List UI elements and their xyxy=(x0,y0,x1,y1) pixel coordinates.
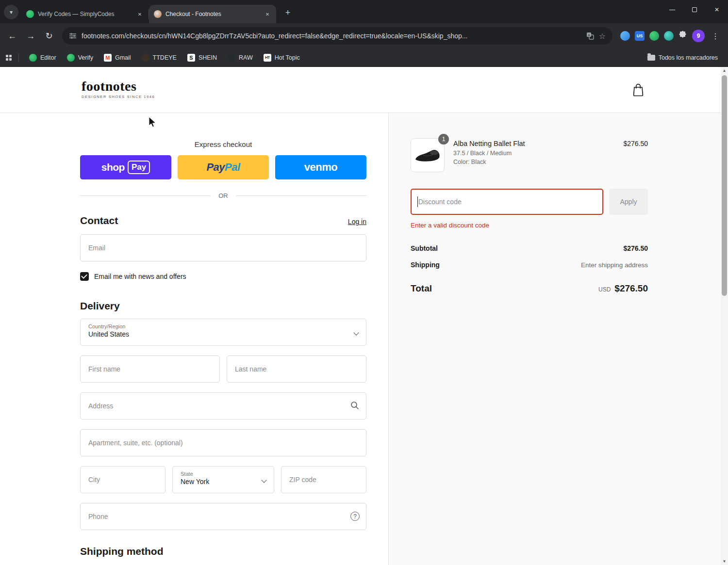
reload-button[interactable]: ↻ xyxy=(41,28,57,44)
url-text[interactable]: footnotes.com/checkouts/cn/hWN14Cgb8lpgZ… xyxy=(82,32,581,40)
bookmark-shein[interactable]: S SHEIN xyxy=(183,52,221,64)
site-header: footnotes DESIGNER SHOES SINCE 1946 xyxy=(0,67,728,113)
state-select[interactable]: State New York xyxy=(172,466,274,493)
venmo-button[interactable]: venmo xyxy=(275,155,366,179)
quantity-badge: 1 xyxy=(438,134,449,145)
window-controls: — ✕ xyxy=(661,0,728,19)
shipping-value: Enter shipping address xyxy=(581,261,648,269)
scroll-up-icon[interactable]: ▲ xyxy=(723,67,727,74)
bookmark-hot-topic[interactable]: HT Hot Topic xyxy=(259,52,304,64)
tab-title: Checkout - Footnotes xyxy=(165,11,260,17)
shein-icon: S xyxy=(187,54,195,62)
all-bookmarks-button[interactable]: Todos los marcadores xyxy=(643,52,722,63)
apartment-field[interactable] xyxy=(80,429,366,456)
discount-code-input[interactable] xyxy=(411,189,603,215)
shipping-method-heading: Shipping method xyxy=(80,546,366,557)
paypal-label: Pal xyxy=(225,161,240,174)
minimize-button[interactable]: — xyxy=(661,0,683,19)
subtotal-value: $276.50 xyxy=(623,244,648,252)
bookmark-editor[interactable]: Editor xyxy=(25,52,61,64)
extension-icon[interactable] xyxy=(620,31,630,41)
simplycodes-icon xyxy=(29,54,37,62)
maximize-icon xyxy=(692,7,697,12)
paypal-label: Pay xyxy=(206,161,225,174)
browser-toolbar: ← → ↻ footnotes.com/checkouts/cn/hWN14Cg… xyxy=(0,23,728,48)
text-caret xyxy=(417,196,418,207)
ballet-flat-image xyxy=(414,145,442,165)
mouse-cursor xyxy=(149,116,157,130)
subtotal-label: Subtotal xyxy=(411,244,438,252)
newsletter-checkbox[interactable] xyxy=(80,272,89,281)
shop-pay-button[interactable]: shop Pay xyxy=(80,155,171,179)
phone-field[interactable] xyxy=(80,503,366,530)
scrollbar-thumb[interactable] xyxy=(722,75,727,296)
bookmark-label: SHEIN xyxy=(199,54,217,61)
email-field[interactable] xyxy=(80,234,366,261)
state-label: State xyxy=(181,471,266,477)
zip-field[interactable] xyxy=(281,466,366,493)
extensions-cluster: US xyxy=(620,31,687,41)
bookmark-label: RAW xyxy=(239,54,253,61)
cart-button[interactable] xyxy=(632,83,645,98)
address-bar[interactable]: footnotes.com/checkouts/cn/hWN14Cgb8lpgZ… xyxy=(62,27,612,45)
back-button[interactable]: ← xyxy=(4,28,20,44)
product-variant: 37.5 / Black / Medium xyxy=(453,150,614,157)
bookmark-label: Gmail xyxy=(115,54,131,61)
browser-menu-icon[interactable]: ⋮ xyxy=(707,32,724,41)
state-value: New York xyxy=(181,478,266,485)
page-scrollbar[interactable]: ▲ ▼ xyxy=(721,67,728,565)
help-icon[interactable]: ? xyxy=(350,512,360,521)
ttdeye-icon xyxy=(142,54,149,62)
site-logo[interactable]: footnotes DESIGNER SHOES SINCE 1946 xyxy=(82,79,155,99)
total-label: Total xyxy=(411,283,432,294)
gmail-icon: M xyxy=(104,54,112,62)
cart-item: 1 Alba Netting Ballet Flat 37.5 / Black … xyxy=(411,138,648,172)
extensions-puzzle-icon[interactable] xyxy=(678,31,687,41)
cart-bag-icon xyxy=(632,83,645,97)
site-info-icon[interactable] xyxy=(69,32,77,40)
bookmark-label: Editor xyxy=(40,54,56,61)
tab-close-icon[interactable]: ✕ xyxy=(264,10,271,18)
close-window-button[interactable]: ✕ xyxy=(706,0,728,19)
footnotes-favicon-icon xyxy=(154,10,162,18)
newsletter-label: Email me with news and offers xyxy=(94,273,186,280)
chevron-down-icon: ▾ xyxy=(10,9,13,16)
bookmark-verify[interactable]: Verify xyxy=(63,52,98,64)
logo-tagline: DESIGNER SHOES SINCE 1946 xyxy=(82,95,155,99)
city-field[interactable] xyxy=(80,466,165,493)
us-extension-icon[interactable]: US xyxy=(635,31,645,41)
simplycodes-icon xyxy=(67,54,75,62)
scroll-down-icon[interactable]: ▼ xyxy=(723,558,727,565)
maximize-button[interactable] xyxy=(683,0,706,19)
paypal-button[interactable]: PayPal xyxy=(178,155,269,179)
translate-icon[interactable]: A xyxy=(586,32,594,40)
last-name-field[interactable] xyxy=(227,355,366,383)
total-value: $276.50 xyxy=(614,283,648,294)
order-summary-pane: 1 Alba Netting Ballet Flat 37.5 / Black … xyxy=(388,113,728,565)
first-name-field[interactable] xyxy=(80,355,220,383)
profile-avatar[interactable]: 9 xyxy=(692,30,705,42)
forward-button[interactable]: → xyxy=(22,28,39,44)
product-color: Color: Black xyxy=(453,159,614,165)
new-tab-button[interactable]: + xyxy=(281,6,295,19)
simplycodes-extension-icon[interactable] xyxy=(649,31,659,41)
bookmark-gmail[interactable]: M Gmail xyxy=(99,52,135,64)
bookmark-star-icon[interactable]: ☆ xyxy=(599,32,606,41)
login-link[interactable]: Log in xyxy=(348,218,366,226)
browser-chrome: ▾ Verify Codes — SimplyCodes ✕ Checkout … xyxy=(0,0,728,67)
bookmarks-bar: Editor Verify M Gmail TTDEYE S SHEIN RAW xyxy=(0,48,728,67)
tab-title: Verify Codes — SimplyCodes xyxy=(38,11,132,17)
bookmark-raw[interactable]: RAW xyxy=(223,52,257,64)
address-field[interactable] xyxy=(80,392,366,420)
product-price: $276.50 xyxy=(623,138,648,172)
total-currency: USD xyxy=(598,286,611,293)
apps-grid-icon[interactable] xyxy=(6,55,12,61)
apply-discount-button[interactable]: Apply xyxy=(609,189,648,215)
tab-checkout-footnotes[interactable]: Checkout - Footnotes ✕ xyxy=(149,5,276,23)
country-select[interactable]: Country/Region United States xyxy=(80,319,366,346)
bookmark-ttdeye[interactable]: TTDEYE xyxy=(137,52,181,64)
tab-search-button[interactable]: ▾ xyxy=(4,5,18,19)
tab-close-icon[interactable]: ✕ xyxy=(136,10,144,18)
extension-icon[interactable] xyxy=(664,31,674,41)
tab-simplycodes[interactable]: Verify Codes — SimplyCodes ✕ xyxy=(21,5,149,23)
